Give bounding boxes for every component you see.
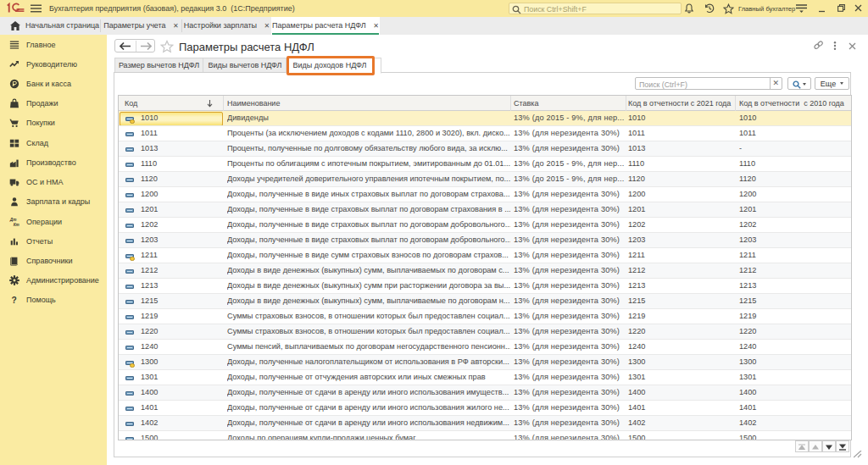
svg-text:Дт: Дт	[9, 218, 16, 222]
svg-text:Кт: Кт	[14, 222, 19, 226]
svg-text:?: ?	[12, 296, 17, 306]
